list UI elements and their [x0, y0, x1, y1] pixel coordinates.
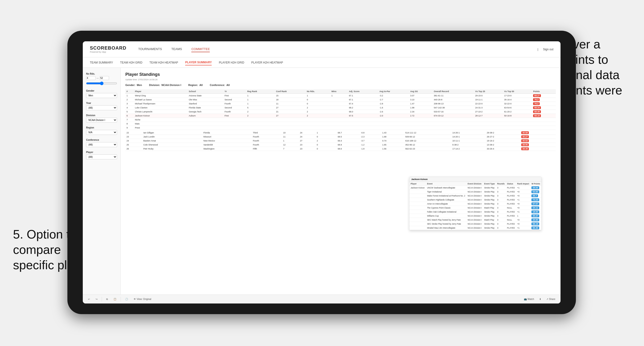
standings-table: # Player School Yr Reg Rank Conf Rank No… [125, 89, 556, 130]
popup-points: 56.18 [532, 222, 539, 225]
filter-division: Division: NCAA Division I [149, 84, 181, 86]
share-icon: ↗ [546, 298, 548, 300]
share-label: Share [549, 298, 555, 300]
section-title: Player Standings [125, 72, 160, 77]
table-row: 9 Prest [125, 126, 556, 130]
table-row: 26 Petr Hruby Washington Fifth 7 23 0 68… [125, 147, 556, 151]
points-badge[interactable]: 68.34 [533, 106, 541, 109]
filter-row: Gender: Men Division: NCAA Division I Re… [125, 84, 556, 86]
paste-button[interactable]: 📋 [112, 297, 118, 301]
popup-col-division: Event Division [466, 182, 483, 186]
region-select[interactable]: N/A [86, 130, 117, 135]
view-original-button[interactable]: 👁 View: Original [132, 297, 153, 301]
points-badge[interactable]: 68.27 [533, 94, 541, 97]
no-rds-max-input[interactable] [100, 76, 109, 80]
logo-subtitle: Powered by clipp [90, 51, 126, 53]
popup-points: 66.40 [532, 226, 539, 229]
table-row: 8 Mats [125, 122, 556, 126]
popup-points: 24.11 [532, 206, 539, 209]
year-select[interactable]: (All) [86, 105, 117, 110]
no-rds-min-input[interactable] [86, 76, 96, 80]
popup-points: 46.7 [532, 194, 538, 197]
nav-item-committee[interactable]: COMMITTEE [191, 46, 210, 52]
popup-col-event: Event [426, 182, 466, 186]
popup-row: SEC Match Play hosted by Jerry Pate NCAA… [410, 218, 541, 222]
points-badge[interactable]: 40.02 [521, 139, 529, 142]
filter-region: Region: All [188, 84, 203, 86]
view-label: View: Original [137, 298, 151, 300]
subnav-team-h2h-grid[interactable]: TEAM H2H GRID [120, 60, 142, 65]
gender-select[interactable]: Men Women [86, 93, 117, 98]
header-left: SCOREBOARD Powered by clipp TOURNAMENTS … [90, 45, 210, 53]
player-label: Player [86, 151, 117, 154]
points-badge[interactable]: 40.58 [521, 131, 529, 134]
table-header: # Player School Yr Reg Rank Conf Rank No… [125, 89, 556, 94]
popup-points: 57.57 [532, 202, 539, 205]
table-body: 1 Wenyi Ding Arizona State First 1 15 1 … [125, 94, 556, 130]
player-select[interactable]: (All) [86, 155, 117, 160]
popup-points: 73.23 [532, 198, 539, 201]
col-to-par: Avg to-Par [378, 89, 409, 94]
table-row: 24 Bastien Amat New Mexico Fourth 1 27 2… [125, 139, 556, 143]
col-wins: Wins [330, 89, 348, 94]
subnav-team-summary[interactable]: TEAM SUMMARY [90, 60, 113, 65]
watch-button[interactable]: 📺 Watch [522, 297, 536, 301]
sign-out-link[interactable]: Sign out [543, 48, 554, 51]
table-row: 22 Ian Gilligan Florida Third 10 24 1 68… [125, 131, 556, 135]
col-vs25: Vs Top 25 [474, 89, 503, 94]
table-header-row: # Player School Yr Reg Rank Conf Rank No… [125, 89, 556, 94]
table-row: 6 Jackson Koivun Auburn First 2 27 2 67.… [125, 114, 556, 118]
points-badge-active[interactable]: 68.18 [533, 114, 541, 117]
nav-item-tournaments[interactable]: TOURNAMENTS [138, 46, 162, 52]
popup-col-player: Player [410, 182, 426, 186]
tablet: SCOREBOARD Powered by clipp TOURNAMENTS … [68, 31, 576, 314]
popup-col-points: W Points [530, 182, 541, 186]
subnav-team-h2h-heatmap[interactable]: TEAM H2H HEATMAP [150, 60, 178, 65]
download-button[interactable]: ⬇ [538, 297, 542, 301]
points-badge[interactable]: 39.95 [521, 143, 529, 146]
table-row: 25 Cole Sherwood Vanderbilt Fourth 12 23… [125, 143, 556, 147]
copy-button[interactable]: ⧉ [105, 297, 109, 301]
share-button[interactable]: ↗ Share [545, 297, 557, 301]
event-popup-header: Jackson Koivun [410, 177, 541, 182]
conference-select[interactable]: (All) [86, 142, 117, 147]
popup-table-header: Player Event Event Division Event Type R… [410, 182, 541, 186]
watch-icon: 📺 [524, 298, 527, 300]
sidebar-player-section: Player (All) [86, 151, 117, 160]
no-rds-separator: — [96, 77, 98, 79]
division-select[interactable]: NCAA Division I [86, 118, 117, 123]
popup-row: Williams Cup NCAA Division I Stroke Play… [410, 214, 541, 218]
title-area: Player Standings Update time: 27/01/2024… [125, 72, 160, 81]
event-popup: Jackson Koivun Player Event Event Divisi… [409, 177, 542, 230]
filter-gender: Gender: Men [125, 84, 142, 86]
popup-table-body: Jackson Koivun UNCW Seahawk Intercollegi… [410, 186, 541, 230]
sidebar-year-section: Year (All) [86, 102, 117, 110]
col-points: Points [532, 89, 556, 94]
popup-row: Southern Highlands Collegiate NCAA Divis… [410, 198, 541, 202]
subnav-player-summary[interactable]: PLAYER SUMMARY [185, 60, 212, 65]
region-label: Region [86, 126, 117, 129]
subnav: TEAM SUMMARY TEAM H2H GRID TEAM H2H HEAT… [83, 57, 560, 68]
subnav-player-h2h-grid[interactable]: PLAYER H2H GRID [219, 60, 244, 65]
subnav-player-h2h-heatmap[interactable]: PLAYER H2H HEATMAP [252, 60, 283, 65]
logo-title: SCOREBOARD [90, 45, 126, 51]
separator-2 [120, 297, 121, 302]
points-badge[interactable]: 70.2 [533, 102, 540, 105]
nav-item-teams[interactable]: TEAMS [172, 46, 182, 52]
redo-button[interactable]: ↪ [94, 297, 99, 301]
popup-row: Tiger Invitational NCAA Division I Strok… [410, 190, 541, 194]
footer-toolbar: ↩ ↪ ⧉ 📋 🕐 👁 View: Original 📺 Watch ⬇ [83, 295, 560, 304]
col-yr: Yr [224, 89, 246, 94]
col-reg-rank: Reg Rank [246, 89, 275, 94]
sidebar-division-section: Division NCAA Division I [86, 114, 117, 123]
no-rds-slider[interactable] [86, 81, 117, 85]
clock-button[interactable]: 🕐 [124, 297, 129, 301]
popup-col-rounds: Rounds [496, 182, 506, 186]
content-area: Player Standings Update time: 27/01/2024… [120, 68, 560, 295]
separator-1 [102, 297, 102, 302]
undo-button[interactable]: ↩ [86, 297, 91, 301]
points-badge[interactable]: 38.49 [521, 147, 529, 150]
points-badge[interactable]: 40.27 [521, 135, 529, 138]
points-badge[interactable]: 76.2 [533, 98, 540, 101]
points-badge[interactable]: 68.49 [533, 110, 541, 113]
